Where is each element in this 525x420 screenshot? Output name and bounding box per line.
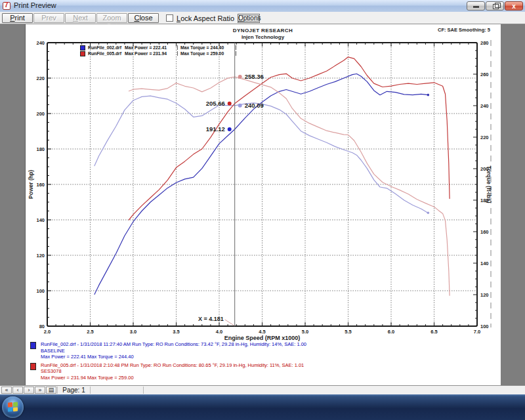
svg-text:3.0: 3.0 [130,329,136,335]
svg-text:140: 140 [480,261,489,266]
run1-conditions: RunFile_002.drf - 1/31/2018 11:27:40 AM … [41,341,306,348]
svg-text:7.0: 7.0 [474,329,480,335]
page-number-label: Page: 1 [58,387,90,394]
run1-swatch [80,45,85,51]
preview-area: DYNOJET RESEARCH Injen Technology CF: SA… [0,24,525,385]
svg-text:2.5: 2.5 [87,329,93,335]
run2-file: RunFile_005.drf [88,51,125,56]
svg-text:220: 220 [36,75,45,81]
svg-text:6.0: 6.0 [388,329,394,335]
svg-text:100: 100 [36,288,45,294]
svg-text:4.5: 4.5 [259,329,265,335]
x-axis-title: Engine Speed (RPM x1000) [224,335,301,341]
run2-max-torque: Max Torque = 259.00 [177,51,236,56]
run2-details: RunFile_005.drf - 1/31/2018 2:10:48 PM R… [30,362,490,381]
cursor-marker-dot [228,127,232,131]
cursor-value-label: 191.12 [206,125,225,133]
cursor-marker-dot [238,75,242,79]
svg-text:140: 140 [36,217,45,223]
run-details: RunFile_002.drf - 1/31/2018 11:27:40 AM … [30,341,490,383]
next-page-button[interactable]: › [24,387,34,394]
svg-text:280: 280 [480,40,489,46]
svg-text:200: 200 [36,111,45,117]
window-title: Print Preview [14,1,56,9]
zoom-out-button[interactable]: Zoom Out [96,13,127,23]
svg-text:2.0: 2.0 [44,329,51,335]
run1-max-power: Max Power = 222.41 [125,45,177,50]
svg-text:240: 240 [480,103,489,109]
svg-text:5.0: 5.0 [302,329,308,335]
windows-logo-icon [8,402,18,411]
svg-text:240: 240 [36,40,45,46]
page-setup-button[interactable]: ▤ [46,387,56,394]
cursor-value-label: 240.09 [245,102,264,109]
svg-text:220: 220 [480,135,489,140]
run1-details: RunFile_002.drf - 1/31/2018 11:27:40 AM … [30,341,490,360]
lock-aspect-ratio-checkbox[interactable] [166,14,173,22]
run2-swatch [80,51,85,56]
run2-max-power: Max Power = 231.94 [125,51,177,56]
restore-button[interactable] [486,1,504,10]
series-end-dot [427,212,430,215]
last-page-button[interactable]: » [35,387,45,394]
print-preview-toolbar: Print Prev Next Zoom Out Close Lock Aspe… [0,12,525,24]
cursor-value-label: 205.66 [206,100,225,107]
run2-color-swatch [30,363,36,370]
svg-text:3.5: 3.5 [173,329,179,335]
status-bar: « ‹ › » ▤ Page: 1 [0,385,525,394]
svg-text:120: 120 [36,253,45,259]
svg-text:180: 180 [36,146,45,152]
lock-aspect-ratio-label: Lock Aspect Ratio [177,14,234,22]
run2-conditions: RunFile_005.drf - 1/31/2018 2:10:48 PM R… [41,362,304,369]
statusbar-divider [57,387,58,394]
app-icon: 7 [3,2,10,10]
close-preview-button[interactable]: Close [128,13,159,23]
cursor-marker-dot [228,102,232,106]
run1-maxima: Max Power = 222.41 Max Torque = 244.40 [41,354,306,360]
run2-label: SES3078 [41,368,304,375]
close-window-button[interactable]: x [505,1,523,10]
svg-text:100: 100 [480,324,489,329]
cursor-x-label: X = 4.181 [198,316,224,322]
desktop: 7 Print Preview x Print Prev Next Zoom O… [0,0,525,420]
svg-text:4.0: 4.0 [216,329,222,335]
prev-button[interactable]: Prev [33,13,64,23]
statusbar-divider [143,387,144,394]
run1-label: BASELINE [41,348,306,354]
series-end-dot [427,94,430,96]
plot-legend-row: RunFile_005.drf Max Power = 231.94 Max T… [80,51,236,56]
svg-text:160: 160 [36,182,45,188]
plot-legend-row: RunFile_002.drf Max Power = 222.41 Max T… [80,45,236,51]
series-runfile-005-power-hp- [129,57,450,220]
cursor-marker-dot [238,104,242,108]
svg-text:120: 120 [480,292,489,298]
preview-page: DYNOJET RESEARCH Injen Technology CF: SA… [25,24,501,385]
taskbar: e 7 × 10:30 AM 6/8/2018 [0,394,525,420]
statusbar-divider [90,387,91,394]
print-button[interactable]: Print [2,13,33,23]
right-axis-title: Torque (ft-lbs) [486,166,492,203]
minimize-button[interactable] [467,1,485,10]
run1-max-torque: Max Torque = 244.40 [177,45,236,50]
next-button[interactable]: Next [65,13,96,23]
run2-maxima: Max Power = 231.94 Max Torque = 259.00 [41,375,304,381]
svg-text:260: 260 [480,72,489,77]
svg-text:5.5: 5.5 [345,329,351,335]
start-button[interactable] [2,396,24,418]
plot-legend: RunFile_002.drf Max Power = 222.41 Max T… [80,45,236,56]
prev-page-button[interactable]: ‹ [12,387,23,394]
dyno-chart: 2.02.53.03.54.04.55.05.56.06.57.08010012… [25,24,501,385]
series-runfile-005-torque-ft-lbs- [129,77,450,295]
run1-file: RunFile_002.drf [88,45,125,50]
svg-text:6.5: 6.5 [430,329,437,335]
left-axis-title: Power (hp) [28,170,34,199]
options-button[interactable]: Options [238,14,260,23]
run1-color-swatch [30,342,36,349]
window-titlebar: 7 Print Preview x [0,0,525,12]
svg-text:160: 160 [480,229,489,235]
cursor-leader-line [225,320,234,326]
first-page-button[interactable]: « [1,387,12,394]
cursor-value-label: 258.36 [245,73,264,80]
svg-text:80: 80 [39,324,45,329]
